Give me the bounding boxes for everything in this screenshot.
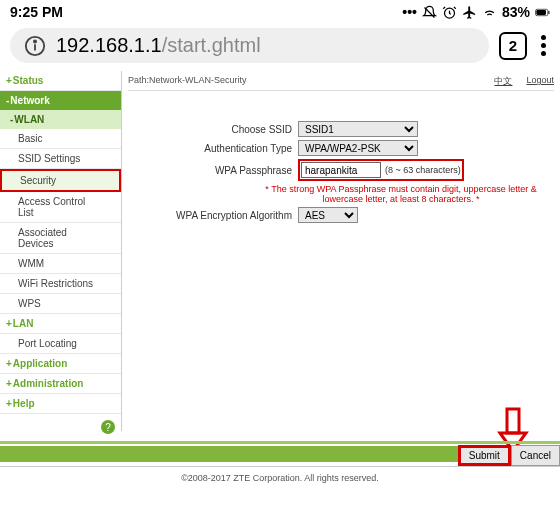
sidebar-item-wifi-restrictions[interactable]: WiFi Restrictions bbox=[0, 274, 121, 294]
url-text: 192.168.1.1/start.ghtml bbox=[56, 34, 261, 57]
sidebar-item-associated[interactable]: Associated Devices bbox=[0, 223, 121, 254]
menu-button[interactable] bbox=[537, 35, 550, 56]
auth-select[interactable]: WPA/WPA2-PSK bbox=[298, 140, 418, 156]
svg-point-6 bbox=[34, 40, 36, 42]
passphrase-hint: (8 ~ 63 characters) bbox=[385, 165, 461, 175]
router-page: Status Network WLAN Basic SSID Settings … bbox=[0, 71, 560, 431]
sidebar-item-wmm[interactable]: WMM bbox=[0, 254, 121, 274]
phone-status-bar: 9:25 PM ••• 83% bbox=[0, 0, 560, 22]
passphrase-warning: * The strong WPA Passphrase must contain… bbox=[248, 184, 554, 204]
sidebar-item-wlan[interactable]: WLAN bbox=[0, 110, 121, 129]
wlan-security-form: Choose SSID SSID1 Authentication Type WP… bbox=[128, 121, 554, 223]
info-icon bbox=[24, 35, 46, 57]
sidebar-item-wps[interactable]: WPS bbox=[0, 294, 121, 314]
logout-link[interactable]: Logout bbox=[526, 75, 554, 88]
bell-off-icon bbox=[422, 5, 437, 20]
ssid-select[interactable]: SSID1 bbox=[298, 121, 418, 137]
help-icon[interactable]: ? bbox=[101, 420, 115, 434]
sidebar-item-application[interactable]: Application bbox=[0, 354, 121, 374]
browser-chrome: 192.168.1.1/start.ghtml 2 bbox=[0, 22, 560, 71]
encryption-label: WPA Encryption Algorithm bbox=[128, 210, 298, 221]
sidebar-item-administration[interactable]: Administration bbox=[0, 374, 121, 394]
more-icon: ••• bbox=[402, 4, 417, 20]
svg-rect-3 bbox=[548, 10, 549, 13]
tabs-button[interactable]: 2 bbox=[499, 32, 527, 60]
content-pane: Path:Network-WLAN-Security 中文 Logout Cho… bbox=[122, 71, 560, 431]
svg-rect-7 bbox=[507, 409, 519, 433]
svg-rect-2 bbox=[536, 10, 546, 15]
airplane-icon bbox=[462, 5, 477, 20]
cancel-button[interactable]: Cancel bbox=[511, 445, 560, 466]
auth-label: Authentication Type bbox=[128, 143, 298, 154]
submit-button[interactable]: Submit bbox=[458, 445, 511, 466]
sidebar: Status Network WLAN Basic SSID Settings … bbox=[0, 71, 122, 431]
battery-percent: 83% bbox=[502, 4, 530, 20]
battery-icon bbox=[535, 5, 550, 20]
status-icons: ••• 83% bbox=[402, 4, 550, 20]
sidebar-item-status[interactable]: Status bbox=[0, 71, 121, 91]
copyright: ©2008-2017 ZTE Corporation. All rights r… bbox=[0, 466, 560, 485]
sidebar-item-port-locating[interactable]: Port Locating bbox=[0, 334, 121, 354]
address-bar[interactable]: 192.168.1.1/start.ghtml bbox=[10, 28, 489, 63]
sidebar-item-lan[interactable]: LAN bbox=[0, 314, 121, 334]
passphrase-label: WPA Passphrase bbox=[128, 165, 298, 176]
sidebar-item-ssid-settings[interactable]: SSID Settings bbox=[0, 149, 121, 169]
clock: 9:25 PM bbox=[10, 4, 63, 20]
encryption-select[interactable]: AES bbox=[298, 207, 358, 223]
wifi-icon bbox=[482, 5, 497, 20]
breadcrumb: Path:Network-WLAN-Security bbox=[128, 75, 247, 88]
passphrase-group: (8 ~ 63 characters) bbox=[298, 159, 464, 181]
sidebar-item-acl[interactable]: Access Control List bbox=[0, 192, 121, 223]
page-bottom: Submit Cancel ©2008-2017 ZTE Corporation… bbox=[0, 441, 560, 485]
sidebar-item-security[interactable]: Security bbox=[0, 169, 121, 192]
language-link[interactable]: 中文 bbox=[494, 75, 512, 88]
sidebar-item-network[interactable]: Network bbox=[0, 91, 121, 110]
sidebar-item-basic[interactable]: Basic bbox=[0, 129, 121, 149]
breadcrumb-row: Path:Network-WLAN-Security 中文 Logout bbox=[128, 75, 554, 91]
ssid-label: Choose SSID bbox=[128, 124, 298, 135]
passphrase-input[interactable] bbox=[301, 162, 381, 178]
alarm-icon bbox=[442, 5, 457, 20]
sidebar-item-help[interactable]: Help bbox=[0, 394, 121, 414]
